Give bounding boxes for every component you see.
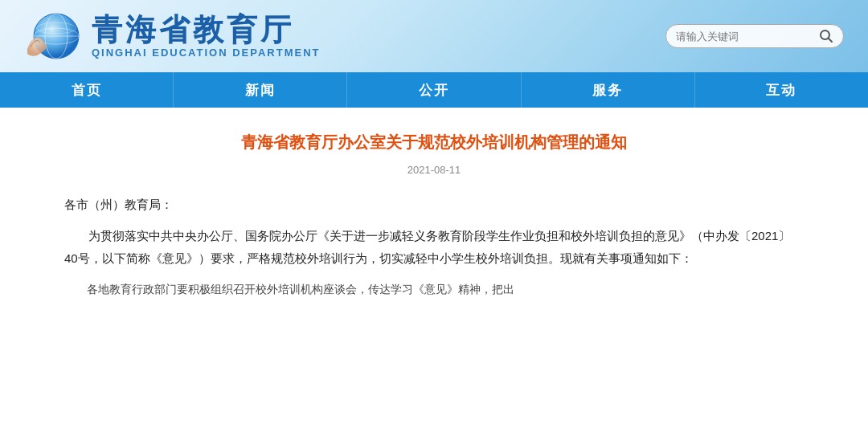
content-wrapper: 青海省教育厅办公室关于规范校外培训机构管理的通知 2021-08-11 各市（州… xyxy=(0,108,868,432)
nav-item-news[interactable]: 新闻 xyxy=(174,72,347,108)
article-content: 青海省教育厅办公室关于规范校外培训机构管理的通知 2021-08-11 各市（州… xyxy=(0,108,868,432)
nav-item-interact[interactable]: 互动 xyxy=(695,72,868,108)
article-body: 各市（州）教育局： 为贯彻落实中共中央办公厅、国务院办公厅《关于进一步减轻义务教… xyxy=(64,194,804,300)
search-box[interactable] xyxy=(665,24,844,48)
nav-item-home[interactable]: 首页 xyxy=(0,72,174,108)
logo-area: 青海省教育厅 QINGHAI EDUCATION DEPARTMENT xyxy=(24,7,320,65)
svg-line-6 xyxy=(829,39,833,43)
nav-item-service[interactable]: 服务 xyxy=(522,72,695,108)
logo-text-area: 青海省教育厅 QINGHAI EDUCATION DEPARTMENT xyxy=(92,14,320,59)
site-name: 青海省教育厅 xyxy=(92,14,320,47)
search-input[interactable] xyxy=(676,31,813,43)
site-name-en: QINGHAI EDUCATION DEPARTMENT xyxy=(92,47,320,59)
site-header: 青海省教育厅 QINGHAI EDUCATION DEPARTMENT xyxy=(0,0,868,72)
article-paragraph-1: 为贯彻落实中共中央办公厅、国务院办公厅《关于进一步减轻义务教育阶段学生作业负担和… xyxy=(64,225,804,271)
article-paragraph-2: 各地教育行政部门要积极组织召开校外培训机构座谈会，传达学习《意见》精神，把出 xyxy=(64,279,804,300)
logo-globe-icon xyxy=(24,7,82,65)
search-area[interactable] xyxy=(665,24,844,48)
article-salutation: 各市（州）教育局： xyxy=(64,194,804,217)
nav-item-open[interactable]: 公开 xyxy=(347,72,521,108)
article-date: 2021-08-11 xyxy=(64,164,804,176)
article-title: 青海省教育厅办公室关于规范校外培训机构管理的通知 xyxy=(64,130,804,154)
search-icon[interactable] xyxy=(819,29,833,43)
main-nav: 首页 新闻 公开 服务 互动 xyxy=(0,72,868,108)
